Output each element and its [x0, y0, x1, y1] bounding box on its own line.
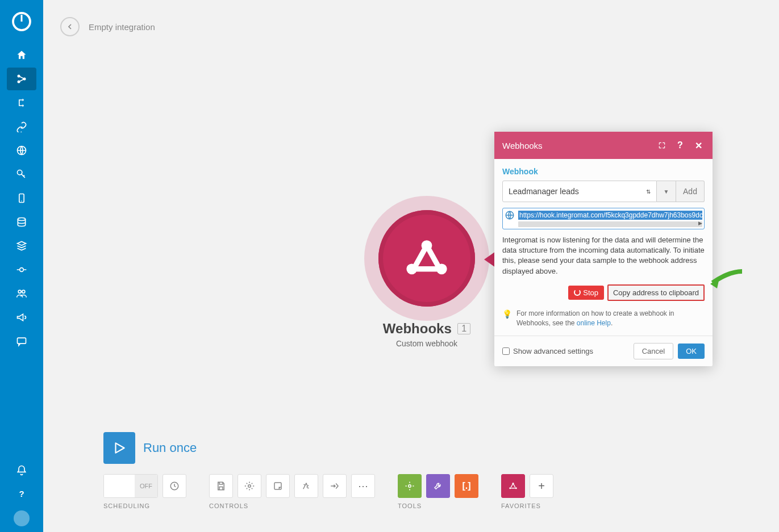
advanced-label: Show advanced settings: [513, 347, 593, 355]
sidebar-help[interactable]: ?: [7, 483, 36, 505]
svg-rect-13: [18, 338, 26, 344]
tools-label: TOOLS: [398, 502, 478, 509]
webhook-url[interactable]: https://hook.integromat.com/f5kckq3gpdde…: [518, 211, 702, 220]
node-title: Webhooks: [383, 321, 452, 336]
help-icon[interactable]: ?: [674, 139, 686, 152]
sidebar-notifications[interactable]: [7, 459, 36, 481]
app-logo[interactable]: [0, 0, 43, 43]
favorite-webhooks[interactable]: [501, 474, 525, 498]
online-help-link[interactable]: online Help: [577, 319, 611, 327]
svg-text:?: ?: [19, 489, 24, 499]
svg-point-8: [21, 200, 22, 202]
run-once-label: Run once: [143, 441, 197, 455]
help-text: For more information on how to create a …: [516, 309, 705, 328]
sidebar-devices[interactable]: [7, 187, 36, 210]
save-button[interactable]: [209, 474, 233, 498]
scenario-node[interactable]: Webhooks 1 Custom webhook: [364, 196, 489, 348]
expand-icon[interactable]: [656, 139, 668, 152]
autoalign-button[interactable]: [294, 474, 318, 498]
svg-rect-1: [21, 15, 23, 22]
add-webhook-button[interactable]: Add: [676, 181, 705, 202]
copy-address-button[interactable]: Copy address to clipboard: [607, 284, 705, 301]
sidebar-templates[interactable]: [7, 91, 36, 114]
close-icon[interactable]: ✕: [692, 139, 705, 152]
svg-point-10: [20, 268, 24, 272]
webhook-select[interactable]: Leadmanager leads ⇅: [502, 181, 657, 202]
sidebar-chat[interactable]: [7, 330, 36, 353]
node-badge: 1: [457, 323, 470, 334]
add-favorite-button[interactable]: +: [530, 474, 553, 498]
sidebar-avatar[interactable]: [14, 510, 30, 526]
sidebar-scenarios[interactable]: [7, 68, 36, 90]
favorites-label: FAVORITES: [501, 502, 553, 509]
svg-point-11: [18, 290, 21, 293]
svg-point-12: [22, 290, 25, 293]
svg-point-22: [409, 485, 411, 488]
url-scrollbar[interactable]: [518, 221, 702, 227]
webhook-icon: [378, 210, 475, 307]
tool-tools[interactable]: [426, 474, 450, 498]
sidebar-keys[interactable]: [7, 163, 36, 186]
spinner-icon: [574, 289, 581, 296]
tool-flow[interactable]: [398, 474, 422, 498]
tool-text[interactable]: [.]: [455, 474, 478, 498]
sidebar-commit[interactable]: [7, 258, 36, 281]
explain-button[interactable]: [323, 474, 347, 498]
controls-label: CONTROLS: [209, 502, 375, 509]
panel-header: Webhooks ? ✕: [494, 132, 713, 159]
scheduling-label: SCHEDULING: [103, 502, 186, 509]
back-button[interactable]: [60, 17, 80, 36]
off-label: OFF: [135, 475, 157, 497]
webhook-url-box[interactable]: https://hook.integromat.com/f5kckq3gpdde…: [502, 208, 705, 229]
sidebar-datastructures[interactable]: [7, 234, 36, 257]
webhook-dropdown[interactable]: ▼: [657, 181, 676, 202]
svg-point-20: [248, 485, 251, 488]
info-text: Integromat is now listening for the data…: [502, 235, 705, 277]
select-value: Leadmanager leads: [509, 187, 579, 196]
breadcrumb: Empty integration: [89, 22, 155, 32]
annotation-arrow: [709, 267, 743, 292]
svg-point-9: [18, 218, 25, 221]
sidebar-announce[interactable]: [7, 306, 36, 329]
section-label: Webhook: [502, 167, 705, 176]
svg-rect-21: [274, 483, 281, 489]
clock-button[interactable]: [163, 474, 186, 498]
panel-connector: [484, 252, 495, 267]
scheduling-toggle[interactable]: OFF: [103, 474, 158, 498]
chevron-updown-icon: ⇅: [646, 188, 651, 195]
sidebar-team[interactable]: [7, 282, 36, 305]
sidebar-home[interactable]: [7, 44, 36, 66]
sidebar-datastores[interactable]: [7, 211, 36, 233]
run-once-button[interactable]: [103, 432, 135, 464]
node-subtitle: Custom webhook: [396, 339, 457, 348]
ok-button[interactable]: OK: [678, 344, 705, 359]
panel-title: Webhooks: [502, 141, 650, 150]
settings-button[interactable]: [238, 474, 261, 498]
globe-icon: [505, 210, 515, 220]
notes-button[interactable]: [266, 474, 290, 498]
svg-point-25: [515, 487, 517, 489]
bulb-icon: 💡: [502, 309, 512, 328]
more-button[interactable]: ⋯: [351, 474, 375, 498]
advanced-checkbox-input[interactable]: [502, 347, 510, 355]
sidebar-webhooks[interactable]: [7, 139, 36, 162]
cancel-button[interactable]: Cancel: [634, 343, 673, 359]
sidebar: ?: [0, 0, 43, 532]
sidebar-connections[interactable]: [7, 115, 36, 138]
advanced-settings-checkbox[interactable]: Show advanced settings: [502, 347, 593, 355]
svg-point-24: [509, 487, 511, 489]
stop-button[interactable]: Stop: [568, 286, 604, 300]
config-panel: Webhooks ? ✕ Webhook Leadmanager leads ⇅…: [494, 132, 713, 366]
